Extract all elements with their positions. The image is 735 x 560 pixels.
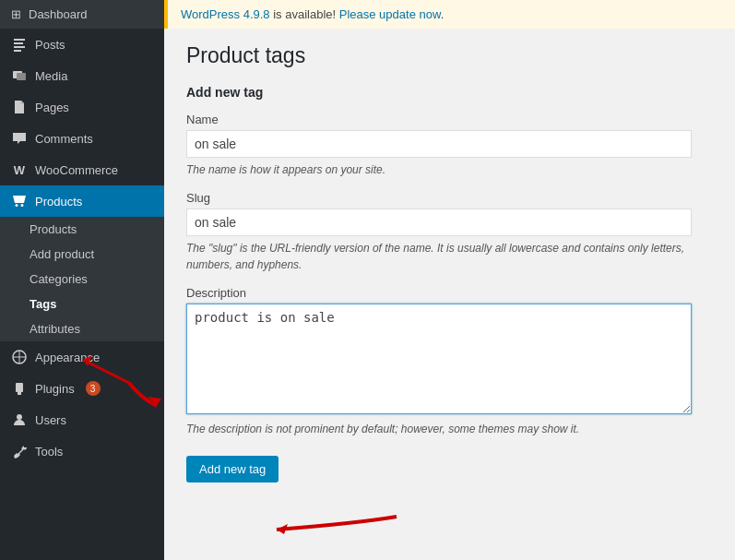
woocommerce-icon: W [11, 161, 28, 178]
update-now-link[interactable]: Please update now [339, 7, 441, 21]
name-hint: The name is how it appears on your site. [186, 161, 692, 178]
sidebar-item-label: Plugins [35, 382, 75, 396]
sidebar-item-label: Users [35, 413, 66, 427]
products-submenu: Products Add product Categories Tags Att… [0, 217, 164, 341]
name-group: Name The name is how it appears on your … [186, 113, 713, 178]
dashboard-icon: ⊞ [11, 7, 21, 21]
sidebar-item-pages[interactable]: Pages [0, 91, 164, 123]
users-icon [11, 411, 28, 428]
svg-rect-7 [16, 383, 23, 392]
sidebar-item-label: Dashboard [29, 7, 88, 21]
sidebar-item-users[interactable]: Users [0, 404, 164, 435]
name-input[interactable] [186, 130, 692, 158]
description-hint: The description is not prominent by defa… [186, 421, 692, 437]
sidebar-item-label: Products [35, 195, 82, 209]
sidebar-item-plugins[interactable]: Plugins 3 [0, 373, 164, 404]
svg-rect-5 [17, 73, 26, 80]
sidebar-sub-item-attributes[interactable]: Attributes [0, 316, 164, 341]
plugins-icon [11, 380, 28, 397]
sidebar-sub-item-add-product[interactable]: Add product [0, 242, 164, 267]
sidebar-item-label: Posts [35, 38, 65, 52]
svg-rect-0 [14, 39, 25, 41]
sidebar-item-appearance[interactable]: Appearance [0, 341, 164, 373]
name-label: Name [186, 113, 713, 126]
tools-icon [11, 443, 28, 459]
slug-group: Slug The "slug" is the URL-friendly vers… [186, 191, 713, 273]
svg-rect-3 [14, 50, 21, 52]
sidebar-item-comments[interactable]: Comments [0, 123, 164, 154]
sidebar-sub-item-products[interactable]: Products [0, 217, 164, 242]
wp-version-link[interactable]: WordPress 4.9.8 [181, 7, 270, 21]
sidebar-item-tools[interactable]: Tools [0, 435, 164, 467]
page-title: Product tags [186, 43, 713, 68]
products-icon [11, 193, 28, 209]
description-textarea[interactable]: product is on sale [186, 304, 692, 414]
add-new-tag-button[interactable]: Add new tag [186, 456, 279, 483]
sidebar-item-label: Media [35, 69, 67, 83]
slug-input[interactable] [186, 209, 692, 236]
main-content: WordPress 4.9.8 is available! Please upd… [164, 0, 735, 560]
content-area: Product tags Add new tag Name The name i… [164, 29, 735, 497]
description-group: Description product is on sale The descr… [186, 286, 713, 437]
sidebar-item-label: Pages [35, 101, 69, 114]
sidebar-sub-item-categories[interactable]: Categories [0, 267, 164, 292]
form-section-title: Add new tag [186, 85, 713, 100]
sidebar-item-posts[interactable]: Posts [0, 29, 164, 60]
sidebar-item-label: Tools [35, 445, 63, 459]
sidebar-item-label: WooCommerce [35, 163, 118, 177]
svg-rect-2 [14, 46, 25, 48]
sidebar-item-woocommerce[interactable]: W WooCommerce [0, 154, 164, 185]
media-icon [11, 67, 28, 84]
pages-icon [11, 99, 28, 115]
sidebar-item-media[interactable]: Media [0, 60, 164, 91]
comments-icon [11, 130, 28, 147]
sidebar: ⊞ Dashboard Posts Media [0, 0, 164, 560]
svg-rect-8 [18, 392, 21, 395]
sidebar-item-dashboard[interactable]: ⊞ Dashboard [0, 0, 164, 29]
svg-point-9 [17, 414, 22, 420]
slug-label: Slug [186, 191, 713, 205]
sidebar-item-label: Comments [35, 132, 93, 146]
svg-rect-1 [14, 42, 23, 44]
sidebar-item-label: Appearance [35, 351, 100, 364]
sidebar-sub-item-tags[interactable]: Tags [0, 292, 164, 316]
sidebar-item-products[interactable]: Products [0, 185, 164, 217]
update-notice: WordPress 4.9.8 is available! Please upd… [164, 0, 735, 29]
appearance-icon [11, 349, 28, 365]
posts-icon [11, 36, 28, 53]
slug-hint: The "slug" is the URL-friendly version o… [186, 240, 692, 273]
description-label: Description [186, 286, 713, 300]
plugins-badge: 3 [86, 381, 101, 396]
